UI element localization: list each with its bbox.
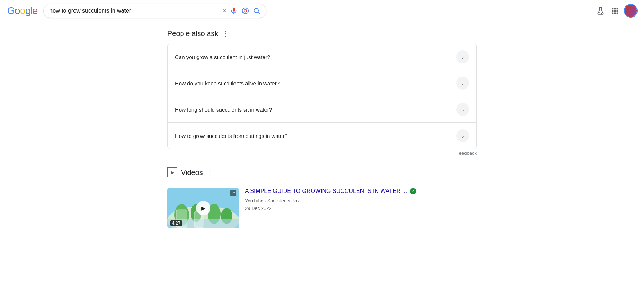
video-source: YouTube [245, 198, 263, 203]
faq-chevron-1: ⌄ [456, 50, 469, 63]
video-channel: Succulents Box [267, 198, 300, 203]
avatar[interactable] [625, 5, 637, 17]
google-logo[interactable]: G o o g l e [7, 5, 37, 17]
video-play-button[interactable]: ▶ [196, 201, 210, 215]
people-also-ask-section: People also ask ⋮ Can you grow a succule… [167, 29, 477, 156]
google-header: G o o g l e how to grow succulents in wa… [0, 0, 644, 22]
mic-icon [230, 7, 238, 15]
videos-title: Videos [181, 168, 203, 177]
people-also-ask-header: People also ask ⋮ [167, 29, 477, 38]
svg-point-4 [244, 9, 247, 12]
lens-icon [241, 7, 249, 15]
faq-item-1[interactable]: Can you grow a succulent in just water? … [168, 44, 476, 70]
faq-chevron-4: ⌄ [456, 129, 469, 142]
logo-letter-e: e [32, 5, 38, 17]
feedback-row: Feedback [167, 150, 477, 156]
svg-line-6 [243, 12, 244, 13]
video-meta: YouTube · Succulents Box 29 Dec 2022 [245, 197, 477, 212]
videos-more-options-icon[interactable]: ⋮ [207, 168, 214, 177]
search-button[interactable] [253, 7, 260, 14]
svg-point-9 [599, 12, 600, 13]
svg-rect-16 [617, 10, 618, 12]
faq-question-4: How to grow succulents from cuttings in … [175, 133, 287, 139]
expand-icon[interactable]: ↗ [230, 190, 236, 196]
video-section-icon: ▶ [167, 167, 177, 177]
svg-rect-19 [617, 13, 618, 14]
mic-button[interactable] [230, 7, 238, 15]
video-title-link[interactable]: A SIMPLE GUIDE TO GROWING SUCCULENTS IN … [245, 188, 477, 194]
faq-question-1: Can you grow a succulent in just water? [175, 54, 270, 60]
apps-button[interactable] [611, 7, 619, 15]
video-title: A SIMPLE GUIDE TO GROWING SUCCULENTS IN … [245, 188, 407, 194]
faq-question-3: How long should succulents sit in water? [175, 107, 272, 113]
search-input[interactable]: how to grow succulents in water [49, 8, 219, 14]
labs-icon [596, 6, 605, 15]
svg-rect-0 [233, 8, 235, 12]
lens-button[interactable] [241, 7, 249, 15]
search-bar[interactable]: how to grow succulents in water × [43, 4, 266, 18]
svg-point-10 [601, 13, 602, 14]
logo-letter-g: G [7, 5, 15, 17]
people-also-ask-title: People also ask [167, 30, 218, 38]
logo-letter-o1: o [15, 5, 20, 17]
apps-icon [611, 7, 619, 15]
clear-button[interactable]: × [223, 7, 227, 15]
faq-list: Can you grow a succulent in just water? … [167, 44, 477, 149]
video-divider [167, 183, 477, 183]
video-duration: 4:27 [170, 220, 182, 226]
header-right [596, 5, 637, 17]
faq-chevron-2: ⌄ [456, 77, 469, 90]
main-content: People also ask ⋮ Can you grow a succule… [153, 22, 491, 247]
video-info-1: A SIMPLE GUIDE TO GROWING SUCCULENTS IN … [245, 188, 477, 212]
verified-badge: ✓ [410, 188, 416, 194]
svg-rect-17 [612, 13, 614, 14]
svg-rect-13 [617, 8, 618, 10]
svg-line-5 [247, 9, 248, 10]
svg-rect-14 [612, 10, 614, 12]
svg-line-8 [258, 12, 260, 14]
videos-section: ▶ Videos ⋮ ▶ [167, 167, 477, 228]
video-thumbnail-1[interactable]: ▶ 4:27 ↗ [167, 188, 239, 228]
faq-item-3[interactable]: How long should succulents sit in water?… [168, 96, 476, 123]
faq-chevron-3: ⌄ [456, 103, 469, 116]
search-icon [253, 7, 260, 14]
svg-rect-18 [614, 13, 616, 14]
logo-letter-o2: o [20, 5, 25, 17]
faq-question-2: How do you keep succulents alive in wate… [175, 80, 280, 86]
logo-letter-g2: g [25, 5, 31, 17]
more-options-icon[interactable]: ⋮ [222, 29, 229, 38]
labs-button[interactable] [596, 6, 605, 15]
faq-item-2[interactable]: How do you keep succulents alive in wate… [168, 70, 476, 96]
videos-section-header: ▶ Videos ⋮ [167, 167, 477, 177]
video-card-1: ▶ 4:27 ↗ A SIMPLE GUIDE TO GROWING SUCCU… [167, 188, 477, 228]
feedback-link[interactable]: Feedback [456, 150, 477, 156]
faq-item-4[interactable]: How to grow succulents from cuttings in … [168, 123, 476, 149]
svg-rect-15 [614, 10, 616, 12]
svg-rect-12 [614, 8, 616, 10]
svg-rect-11 [612, 8, 614, 10]
video-date: 29 Dec 2022 [245, 206, 272, 211]
video-source-sep: · [265, 198, 267, 203]
